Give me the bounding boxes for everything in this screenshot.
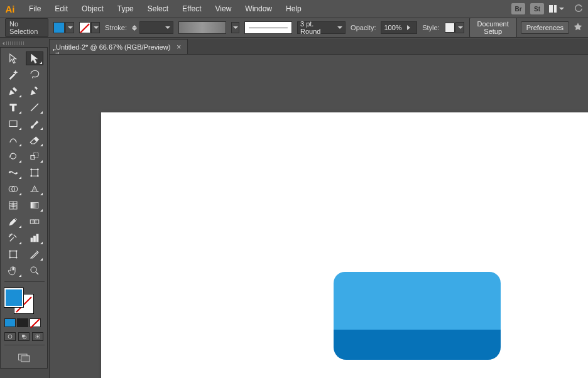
- menu-object[interactable]: Object: [75, 2, 110, 16]
- stroke-dropdown[interactable]: [91, 22, 100, 33]
- stroke-weight-field[interactable]: [139, 21, 173, 34]
- svg-point-24: [31, 267, 36, 273]
- menu-view[interactable]: View: [209, 2, 238, 16]
- close-tab-button[interactable]: ×: [177, 43, 181, 51]
- magic-wand-tool[interactable]: [4, 68, 22, 82]
- document-setup-button[interactable]: Document Setup: [469, 18, 517, 38]
- opacity-label: Opacity:: [351, 24, 376, 31]
- lasso-tool[interactable]: [26, 68, 43, 82]
- fill-swatch[interactable]: [53, 22, 65, 33]
- chevron-down-icon: [165, 26, 170, 29]
- rotate-tool[interactable]: [4, 149, 22, 163]
- eraser-tool[interactable]: [26, 133, 43, 147]
- stroke-swatch[interactable]: [79, 22, 90, 33]
- chevron-down-icon: [94, 26, 99, 29]
- stock-badge[interactable]: St: [530, 3, 544, 14]
- hand-tool[interactable]: [4, 264, 22, 278]
- panel-collapse-strip[interactable]: ‹‹: [0, 40, 49, 47]
- svg-rect-20: [31, 238, 33, 242]
- opacity-field[interactable]: 100%: [381, 21, 417, 34]
- fill-proxy[interactable]: [4, 288, 23, 307]
- menubar-right: Br St: [511, 3, 584, 15]
- fill-dropdown[interactable]: [65, 22, 74, 33]
- menu-edit[interactable]: Edit: [48, 2, 74, 16]
- chevron-down-icon: [68, 26, 73, 29]
- zoom-tool[interactable]: [26, 264, 43, 278]
- chevron-down-icon: [559, 8, 564, 10]
- line-segment-tool[interactable]: [26, 100, 43, 114]
- column-graph-tool[interactable]: [26, 231, 43, 245]
- type-tool[interactable]: [4, 100, 22, 114]
- svg-rect-13: [31, 203, 38, 208]
- brush-name-field[interactable]: 3 pt. Round: [297, 21, 346, 34]
- svg-rect-33: [21, 356, 30, 362]
- pen-tool[interactable]: [4, 84, 22, 98]
- stroke-swatch-group[interactable]: [79, 22, 100, 33]
- slice-tool[interactable]: [26, 247, 43, 261]
- fill-stroke-proxy[interactable]: [4, 288, 33, 313]
- draw-normal-icon[interactable]: [4, 332, 16, 341]
- color-mode-color[interactable]: [4, 318, 16, 327]
- direct-selection-tool[interactable]: [26, 51, 43, 65]
- free-transform-tool[interactable]: [26, 166, 43, 180]
- opacity-value: 100%: [384, 24, 401, 31]
- menu-window[interactable]: Window: [239, 2, 278, 16]
- paintbrush-tool[interactable]: [26, 117, 43, 131]
- stroke-weight-spinner[interactable]: [132, 25, 137, 31]
- tools-panel: [0, 47, 48, 369]
- stroke-label: Stroke:: [105, 24, 127, 31]
- mesh-tool[interactable]: [4, 198, 22, 212]
- selection-tool[interactable]: [4, 51, 22, 65]
- screen-mode-button[interactable]: [4, 353, 45, 363]
- color-mode-none[interactable]: [30, 318, 41, 327]
- svg-point-4: [16, 173, 17, 174]
- menu-select[interactable]: Select: [141, 2, 175, 16]
- favorite-icon[interactable]: [573, 22, 583, 33]
- scale-tool[interactable]: [26, 149, 43, 163]
- bridge-badge[interactable]: Br: [511, 3, 525, 14]
- workspace-switcher[interactable]: [549, 4, 568, 14]
- svg-point-3: [9, 171, 11, 173]
- stroke-weight-input[interactable]: [132, 21, 173, 34]
- shaper-tool[interactable]: [4, 133, 22, 147]
- sync-settings-icon[interactable]: [573, 3, 584, 15]
- graphic-style-group[interactable]: [445, 22, 464, 33]
- curvature-tool[interactable]: [26, 84, 43, 98]
- document-area[interactable]: [49, 54, 588, 378]
- artwork-shape-bottom[interactable]: [334, 330, 501, 360]
- draw-behind-icon[interactable]: [18, 332, 30, 341]
- color-mode-gradient[interactable]: [17, 318, 28, 327]
- rectangle-tool[interactable]: [4, 117, 22, 131]
- shape-builder-tool[interactable]: [4, 182, 22, 196]
- menu-effect[interactable]: Effect: [176, 2, 207, 16]
- svg-point-31: [36, 335, 38, 337]
- opacity-slider-icon[interactable]: [407, 25, 410, 30]
- graphic-style-dropdown[interactable]: [455, 22, 464, 33]
- color-mode-row: [4, 318, 45, 327]
- symbol-sprayer-tool[interactable]: [4, 231, 22, 245]
- menu-file[interactable]: File: [23, 2, 47, 16]
- graphic-style-swatch[interactable]: [445, 23, 455, 33]
- blend-tool[interactable]: [26, 215, 43, 229]
- fill-swatch-group[interactable]: [53, 22, 74, 33]
- app-logo: Ai: [4, 3, 16, 15]
- artwork-shape-top[interactable]: [334, 272, 501, 331]
- artboard-tool[interactable]: [4, 247, 22, 261]
- svg-point-7: [37, 169, 38, 170]
- draw-inside-icon[interactable]: [32, 332, 43, 341]
- document-tab[interactable]: Untitled-2* @ 66.67% (RGB/Preview) ×: [49, 39, 188, 54]
- draw-mode-row: [4, 332, 45, 341]
- gradient-tool[interactable]: [26, 198, 43, 212]
- menu-type[interactable]: Type: [111, 2, 140, 16]
- width-tool[interactable]: [4, 166, 22, 180]
- brush-definition[interactable]: [244, 21, 292, 34]
- eyedropper-tool[interactable]: [4, 215, 22, 229]
- variable-width-dropdown[interactable]: [231, 22, 239, 33]
- preferences-button[interactable]: Preferences: [521, 21, 569, 34]
- document-tab-title: Untitled-2* @ 66.67% (RGB/Preview): [56, 43, 170, 51]
- perspective-grid-tool[interactable]: [26, 182, 43, 196]
- menu-help[interactable]: Help: [280, 2, 308, 16]
- collapse-arrows-icon: ‹‹: [3, 40, 4, 46]
- svg-point-27: [8, 335, 12, 338]
- variable-width-profile[interactable]: [178, 21, 226, 34]
